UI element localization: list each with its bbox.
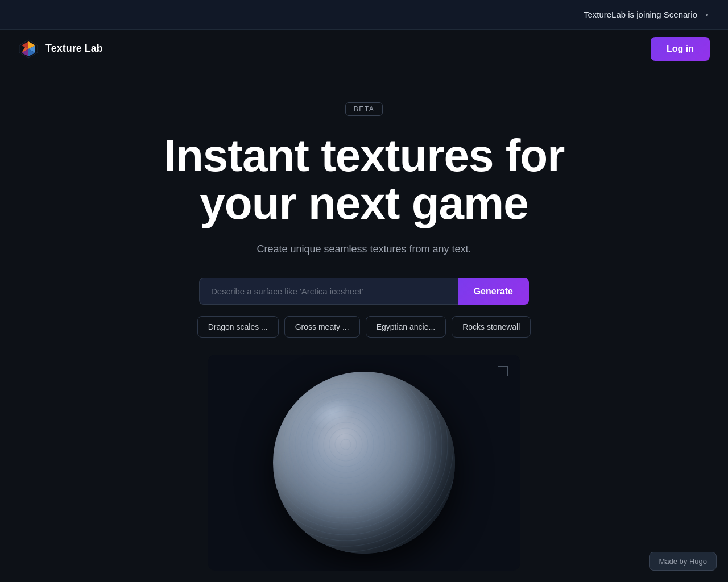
announcement-arrow-icon: → — [701, 10, 710, 20]
generate-button[interactable]: Generate — [458, 278, 529, 305]
hero-subtitle: Create unique seamless textures from any… — [257, 243, 471, 255]
texture-sphere — [273, 372, 455, 554]
preview-container — [208, 355, 520, 571]
logo-icon — [18, 39, 39, 59]
logo-area: Texture Lab — [18, 39, 103, 59]
hero-section: BETA Instant textures for your next game… — [0, 68, 728, 571]
announcement-text: TextureLab is joining Scenario — [584, 10, 697, 19]
beta-badge: BETA — [345, 102, 383, 116]
logo-text: Texture Lab — [46, 43, 103, 55]
navbar: Texture Lab Log in — [0, 30, 728, 68]
login-button[interactable]: Log in — [651, 37, 710, 61]
hero-title: Instant textures for your next game — [164, 132, 565, 227]
sphere-preview — [273, 372, 455, 554]
chip-egyptian[interactable]: Egyptian ancie... — [366, 316, 446, 338]
chip-rocks-stonewall[interactable]: Rocks stonewall — [452, 316, 531, 338]
texture-input[interactable] — [199, 278, 458, 305]
input-area: Generate — [199, 278, 529, 305]
hero-title-line1: Instant textures for — [164, 130, 565, 181]
announcement-bar: TextureLab is joining Scenario → — [0, 0, 728, 30]
sphere-highlight — [306, 392, 358, 434]
announcement-link[interactable]: TextureLab is joining Scenario → — [584, 10, 710, 20]
chip-dragon-scales[interactable]: Dragon scales ... — [197, 316, 279, 338]
made-by-label: Made by Hugo — [649, 552, 717, 571]
preview-corner-icon — [498, 366, 508, 376]
suggestion-chips: Dragon scales ... Gross meaty ... Egypti… — [197, 316, 531, 338]
hero-title-line2: your next game — [200, 178, 528, 228]
chip-gross-meaty[interactable]: Gross meaty ... — [284, 316, 360, 338]
